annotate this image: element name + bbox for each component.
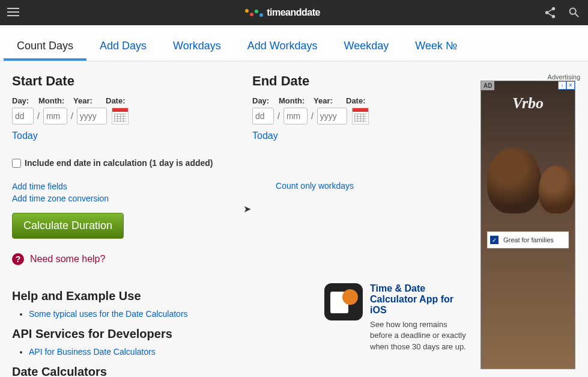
tab-workdays[interactable]: Workdays bbox=[160, 36, 234, 61]
end-year-label: Year: bbox=[314, 96, 346, 105]
end-day-input[interactable] bbox=[252, 108, 274, 124]
count-workdays-link[interactable]: Count only workdays bbox=[276, 181, 354, 191]
start-month-label: Month: bbox=[38, 96, 73, 105]
ad-info-icon[interactable]: i bbox=[558, 81, 566, 90]
start-month-input[interactable] bbox=[43, 108, 67, 124]
include-end-checkbox[interactable] bbox=[12, 159, 21, 168]
help-heading-1: Help and Example Use bbox=[12, 289, 306, 303]
start-date-block: Start Date Day: Month: Year: Date: / / T… bbox=[12, 73, 228, 141]
end-year-input[interactable] bbox=[317, 108, 347, 124]
start-year-label: Year: bbox=[73, 96, 106, 105]
search-icon[interactable] bbox=[568, 6, 581, 19]
help-heading-3: Date Calculators bbox=[12, 365, 306, 377]
add-tz-link[interactable]: Add time zone conversion bbox=[12, 193, 109, 205]
start-day-label: Day: bbox=[12, 96, 38, 105]
calculate-button[interactable]: Calculate Duration bbox=[12, 213, 124, 239]
tab-weekday[interactable]: Weekday bbox=[331, 36, 402, 61]
help-link[interactable]: ? Need some help? bbox=[12, 253, 468, 265]
tab-week-no[interactable]: Week № bbox=[402, 36, 470, 61]
tab-count-days[interactable]: Count Days bbox=[4, 36, 86, 61]
ad-label: Advertising bbox=[480, 73, 583, 81]
app-icon bbox=[324, 283, 363, 320]
calendar-icon[interactable] bbox=[352, 108, 369, 124]
help-link-2[interactable]: API for Business Date Calculators bbox=[29, 347, 156, 357]
end-date-label: Date: bbox=[346, 96, 366, 105]
add-time-fields-link[interactable]: Add time fields bbox=[12, 181, 109, 193]
ad-badge: AD bbox=[481, 81, 494, 90]
start-heading: Start Date bbox=[12, 73, 228, 89]
start-date-label: Date: bbox=[106, 96, 126, 105]
end-day-label: Day: bbox=[252, 96, 279, 105]
end-date-block: End Date Day: Month: Year: Date: / / Tod… bbox=[252, 73, 468, 141]
help-link-1[interactable]: Some typical uses for the Date Calculato… bbox=[29, 309, 188, 319]
tab-add-days[interactable]: Add Days bbox=[86, 36, 160, 61]
start-today-link[interactable]: Today bbox=[12, 130, 38, 141]
ad-banner[interactable]: AD i ✕ Vrbo ✓ Great for families bbox=[480, 81, 575, 369]
ad-brand: Vrbo bbox=[481, 94, 575, 112]
app-title: Time & Date Calculator App for iOS bbox=[370, 283, 468, 316]
ad-close-icon[interactable]: ✕ bbox=[566, 81, 575, 90]
share-icon[interactable] bbox=[544, 6, 557, 19]
help-heading-2: API Services for Developers bbox=[12, 327, 306, 341]
start-year-input[interactable] bbox=[77, 108, 107, 124]
brand-logo[interactable]: timeanddate bbox=[22, 7, 544, 18]
check-icon: ✓ bbox=[490, 236, 499, 244]
question-icon: ? bbox=[12, 253, 24, 265]
logo-dots-icon bbox=[245, 11, 263, 14]
menu-icon[interactable] bbox=[7, 5, 22, 20]
end-month-label: Month: bbox=[279, 96, 314, 105]
include-end-label[interactable]: Include end date in calculation (1 day i… bbox=[25, 158, 213, 168]
calendar-icon[interactable] bbox=[112, 108, 129, 124]
end-month-input[interactable] bbox=[283, 108, 308, 124]
app-promo[interactable]: Time & Date Calculator App for iOS See h… bbox=[324, 283, 468, 377]
brand-text: timeanddate bbox=[267, 7, 320, 18]
app-desc: See how long remains before a deadline o… bbox=[370, 319, 468, 352]
tab-add-workdays[interactable]: Add Workdays bbox=[234, 36, 331, 61]
ad-cta[interactable]: ✓ Great for families bbox=[487, 231, 569, 248]
start-day-input[interactable] bbox=[12, 108, 34, 124]
end-today-link[interactable]: Today bbox=[252, 130, 278, 141]
tab-bar: Count Days Add Days Workdays Add Workday… bbox=[0, 25, 588, 61]
end-heading: End Date bbox=[252, 73, 468, 89]
